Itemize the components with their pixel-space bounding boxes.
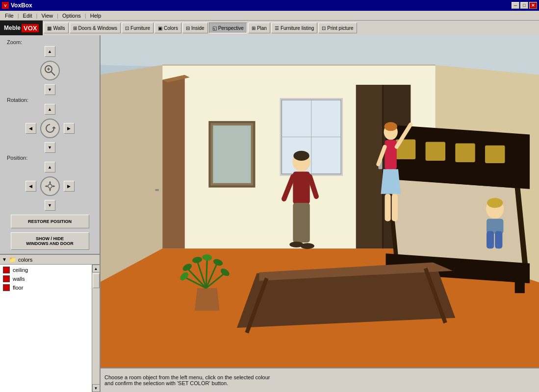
- rotate-down[interactable]: ▼: [45, 142, 55, 153]
- scroll-up[interactable]: ▲: [92, 265, 100, 272]
- toolbar-furniture-listing[interactable]: ☰ Furniture listing: [271, 23, 317, 33]
- title-bar-controls: ─ □ ✕: [512, 2, 537, 9]
- scroll-down[interactable]: ▼: [92, 384, 100, 392]
- furniture-icon: ⊡: [125, 25, 129, 31]
- svg-line-1: [51, 72, 55, 75]
- svg-marker-10: [49, 181, 51, 183]
- position-group: Position: ▲ ▼ ◀ ▶: [2, 155, 98, 211]
- rotation-label: Rotation:: [7, 97, 28, 103]
- walls-swatch: [3, 275, 10, 282]
- viewport[interactable]: [101, 35, 539, 368]
- pos-up[interactable]: ▲: [45, 162, 55, 172]
- svg-rect-57: [392, 194, 398, 221]
- menu-view[interactable]: View: [38, 12, 56, 20]
- svg-rect-44: [515, 273, 525, 293]
- position-control: ▲ ▼ ◀ ▶: [26, 162, 75, 211]
- app-icon: V: [2, 2, 9, 9]
- close-button[interactable]: ✕: [529, 2, 537, 9]
- svg-marker-12: [45, 185, 47, 187]
- toolbar-inside[interactable]: ⊟ Inside: [182, 23, 208, 33]
- maximize-button[interactable]: □: [520, 2, 528, 9]
- color-item-floor[interactable]: floor: [1, 283, 91, 292]
- toolbar-perspective[interactable]: ◱ Perspective: [209, 23, 247, 33]
- colors-list-container: ceiling walls floor ▲ ▼: [0, 265, 100, 392]
- controls-panel: Zoom: ▲ ▼ Rotation:: [0, 35, 100, 254]
- svg-line-73: [206, 258, 207, 288]
- walls-icon: ▦: [47, 25, 51, 31]
- window-title: VoxBox: [11, 2, 32, 9]
- svg-rect-52: [385, 140, 397, 170]
- right-area: Choose a room object from the left menu,…: [101, 35, 539, 392]
- svg-marker-70: [195, 288, 220, 311]
- zoom-control: ▲ ▼: [26, 46, 75, 95]
- pos-center-icon: [40, 176, 60, 196]
- doors-icon: ⊞: [73, 25, 77, 31]
- menu-sep-2: |: [36, 13, 38, 19]
- zoom-up[interactable]: ▲: [45, 46, 55, 57]
- menu-sep-1: |: [18, 13, 19, 19]
- rotation-group: Rotation: ▲ ▼ ◀ ▶: [2, 97, 98, 153]
- vertical-scrollbar[interactable]: ▲ ▼: [92, 265, 100, 392]
- scroll-thumb[interactable]: [93, 273, 100, 288]
- svg-rect-49: [495, 231, 502, 248]
- zoom-down[interactable]: ▼: [45, 84, 55, 95]
- color-item-ceiling[interactable]: ceiling: [1, 266, 91, 274]
- color-item-walls[interactable]: walls: [1, 274, 91, 283]
- toolbar-print[interactable]: ⊡ Print picture: [318, 23, 357, 33]
- svg-rect-83: [155, 189, 159, 191]
- ceiling-swatch: [3, 267, 10, 273]
- menu-options[interactable]: Options: [59, 12, 84, 20]
- svg-rect-61: [293, 203, 309, 243]
- status-message: Choose a room object from the left menu,…: [104, 374, 270, 386]
- perspective-icon: ◱: [212, 25, 217, 31]
- svg-rect-41: [485, 146, 505, 163]
- toolbar-walls[interactable]: ▦ Walls: [44, 23, 68, 33]
- rotate-center-icon: [40, 119, 60, 138]
- svg-rect-60: [293, 172, 309, 204]
- pos-right[interactable]: ▶: [64, 181, 75, 192]
- toolbar: ▦ Walls ⊞ Doors & Windows ⊡ Furniture ▣ …: [43, 21, 539, 35]
- svg-marker-33: [162, 75, 185, 248]
- plan-icon: ⊞: [252, 25, 256, 31]
- menu-sep-4: |: [85, 13, 86, 19]
- toolbar-colors[interactable]: ▣ Colors: [154, 23, 181, 33]
- svg-marker-13: [53, 185, 55, 187]
- restore-position-button[interactable]: RESTORE POSITION: [11, 215, 89, 228]
- pos-left[interactable]: ◀: [26, 181, 36, 192]
- position-label: Position:: [7, 155, 27, 161]
- show-hide-button[interactable]: SHOW / HIDE WINDOWS AND DOOR: [11, 232, 89, 250]
- menu-edit[interactable]: Edit: [20, 12, 35, 20]
- left-panel: Zoom: ▲ ▼ Rotation:: [0, 35, 101, 392]
- toolbar-furniture[interactable]: ⊡ Furniture: [122, 23, 154, 33]
- colors-list: ceiling walls floor: [0, 265, 92, 392]
- svg-marker-4: [52, 126, 56, 128]
- menu-help[interactable]: Help: [87, 12, 104, 20]
- svg-point-51: [385, 122, 397, 131]
- colors-header: ▼ 📁 colors: [0, 255, 100, 265]
- pos-down[interactable]: ▼: [45, 200, 55, 211]
- svg-point-5: [48, 184, 52, 188]
- menu-file[interactable]: File: [2, 12, 17, 20]
- svg-rect-39: [426, 142, 445, 161]
- toolbar-doors-windows[interactable]: ⊞ Doors & Windows: [70, 23, 121, 33]
- room-scene-svg: [101, 35, 539, 368]
- svg-marker-11: [49, 189, 51, 191]
- folder-icon: 📁: [9, 256, 16, 263]
- inside-icon: ⊟: [186, 25, 190, 31]
- zoom-group: Zoom: ▲ ▼: [2, 39, 98, 95]
- minimize-button[interactable]: ─: [512, 2, 519, 9]
- svg-point-65: [301, 243, 314, 249]
- status-bar: Choose a room object from the left menu,…: [101, 368, 539, 392]
- svg-rect-27: [213, 125, 251, 183]
- rotate-right[interactable]: ▶: [64, 123, 75, 134]
- menu-sep-3: |: [57, 13, 58, 19]
- colors-icon: ▣: [158, 25, 162, 31]
- ceiling-label: ceiling: [13, 267, 28, 273]
- rotation-control: ▲ ▼ ◀ ▶: [26, 104, 75, 153]
- colors-panel: ▼ 📁 colors ceiling walls floor: [0, 254, 100, 392]
- rotate-left[interactable]: ◀: [26, 123, 36, 134]
- svg-rect-48: [487, 231, 494, 248]
- rotate-up[interactable]: ▲: [45, 104, 55, 115]
- toolbar-plan[interactable]: ⊞ Plan: [248, 23, 270, 33]
- listing-icon: ☰: [275, 25, 279, 31]
